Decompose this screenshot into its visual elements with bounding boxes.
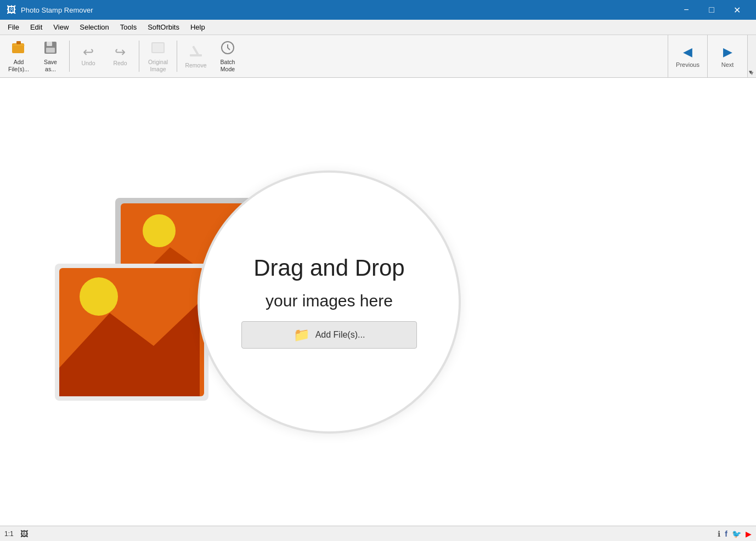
drop-zone-container: Drag and Drop your images here 📁 Add Fil…: [0, 78, 756, 526]
batch-mode-icon: [220, 40, 235, 58]
toolbar-separator-1: [69, 41, 70, 72]
original-image-button[interactable]: OriginalImage: [143, 37, 173, 75]
redo-label: Redo: [113, 60, 127, 67]
close-button[interactable]: ✕: [724, 0, 749, 20]
menu-bar: File Edit View Selection Tools SoftOrbit…: [0, 20, 756, 35]
menu-softorbits[interactable]: SoftOrbits: [142, 21, 185, 33]
original-image-icon: [150, 40, 166, 58]
add-files-drop-button[interactable]: 📁 Add File(s)...: [241, 321, 417, 349]
save-as-label: Saveas...: [44, 59, 57, 72]
menu-view[interactable]: View: [48, 21, 74, 33]
batch-mode-label: BatchMode: [221, 59, 235, 72]
facebook-icon[interactable]: f: [725, 529, 727, 538]
zoom-level: 1:1: [4, 530, 14, 538]
svg-rect-4: [47, 42, 52, 46]
next-label: Next: [721, 61, 734, 68]
toolbar-nav: ◀ Previous ▶ Next ▼: [668, 35, 756, 77]
add-files-button[interactable]: AddFile(s)...: [3, 37, 34, 75]
svg-rect-9: [192, 46, 199, 56]
app-title: Photo Stamp Remover: [21, 6, 93, 14]
twitter-icon[interactable]: 🐦: [732, 529, 741, 538]
save-as-icon: [43, 40, 58, 58]
remove-icon: [188, 43, 204, 61]
circle-overlay: Drag and Drop your images here 📁 Add Fil…: [198, 170, 461, 434]
previous-button[interactable]: ◀ Previous: [668, 35, 708, 77]
toolbar-separator-3: [177, 41, 177, 72]
youtube-icon[interactable]: ▶: [746, 529, 752, 538]
svg-point-15: [143, 214, 176, 247]
previous-arrow-icon: ◀: [683, 45, 692, 59]
minimize-button[interactable]: −: [674, 0, 699, 20]
title-bar-left: 🖼 Photo Stamp Remover: [7, 4, 93, 16]
redo-button[interactable]: ↪ Redo: [105, 40, 136, 73]
menu-help[interactable]: Help: [185, 21, 211, 33]
next-arrow-icon: ▶: [723, 45, 732, 59]
menu-file[interactable]: File: [2, 21, 25, 33]
toolbar-separator-2: [139, 41, 139, 72]
undo-icon: ↩: [83, 45, 94, 59]
status-bar: 1:1 🖼 ℹ f 🐦 ▶: [0, 526, 756, 541]
status-right: ℹ f 🐦 ▶: [718, 529, 752, 538]
menu-edit[interactable]: Edit: [25, 21, 48, 33]
title-bar: 🖼 Photo Stamp Remover − □ ✕: [0, 0, 756, 20]
image-size-icon: 🖼: [20, 529, 28, 538]
svg-point-20: [80, 277, 118, 316]
remove-label: Remove: [185, 62, 206, 69]
nav-scroll-area: ◀ Previous ▶ Next ▼: [668, 35, 756, 77]
title-bar-controls: − □ ✕: [674, 0, 749, 20]
previous-label: Previous: [676, 61, 699, 68]
svg-rect-2: [16, 41, 21, 44]
toolbar: AddFile(s)... Saveas... ↩ Undo ↪ Redo: [0, 35, 756, 78]
save-as-button[interactable]: Saveas...: [35, 37, 66, 75]
drag-drop-subtext: your images here: [266, 292, 393, 310]
undo-button[interactable]: ↩ Undo: [73, 40, 104, 73]
next-button[interactable]: ▶ Next: [708, 35, 747, 77]
redo-icon: ↪: [115, 45, 126, 59]
svg-rect-7: [153, 43, 163, 52]
svg-rect-5: [46, 48, 55, 53]
batch-mode-button[interactable]: BatchMode: [212, 37, 243, 75]
remove-button[interactable]: Remove: [180, 40, 211, 73]
menu-selection[interactable]: Selection: [74, 21, 114, 33]
toolbar-group-main: AddFile(s)... Saveas... ↩ Undo ↪ Redo: [0, 35, 246, 77]
menu-tools[interactable]: Tools: [115, 21, 142, 33]
drag-drop-text: Drag and Drop: [253, 255, 404, 281]
main-content: Drag and Drop your images here 📁 Add Fil…: [0, 78, 756, 526]
svg-rect-8: [190, 54, 202, 56]
add-files-drop-label: Add File(s)...: [315, 330, 365, 340]
maximize-button[interactable]: □: [699, 0, 724, 20]
status-left: 1:1 🖼: [4, 529, 28, 538]
app-icon: 🖼: [7, 4, 16, 16]
toolbar-dropdown-arrow[interactable]: ▼: [745, 66, 756, 77]
add-files-icon: [11, 40, 26, 58]
photo-front: [55, 258, 219, 406]
original-image-label: OriginalImage: [148, 59, 168, 72]
undo-label: Undo: [81, 60, 95, 67]
info-icon[interactable]: ℹ: [718, 529, 720, 538]
folder-icon: 📁: [294, 327, 310, 343]
add-files-label: AddFile(s)...: [8, 59, 29, 72]
